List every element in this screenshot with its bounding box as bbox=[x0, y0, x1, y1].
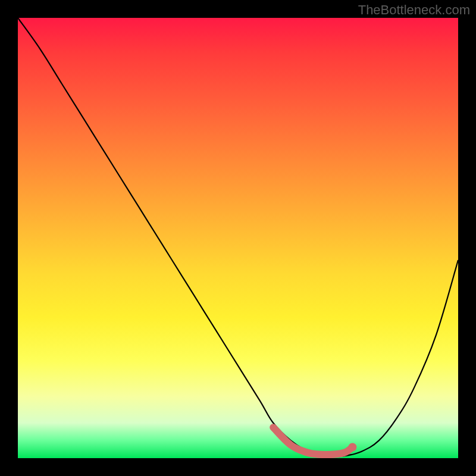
highlight-end-dot bbox=[348, 443, 356, 452]
watermark-text: TheBottleneck.com bbox=[358, 2, 470, 18]
highlight-band bbox=[273, 427, 352, 455]
chart-svg bbox=[18, 18, 458, 458]
bottleneck-curve bbox=[18, 18, 458, 456]
